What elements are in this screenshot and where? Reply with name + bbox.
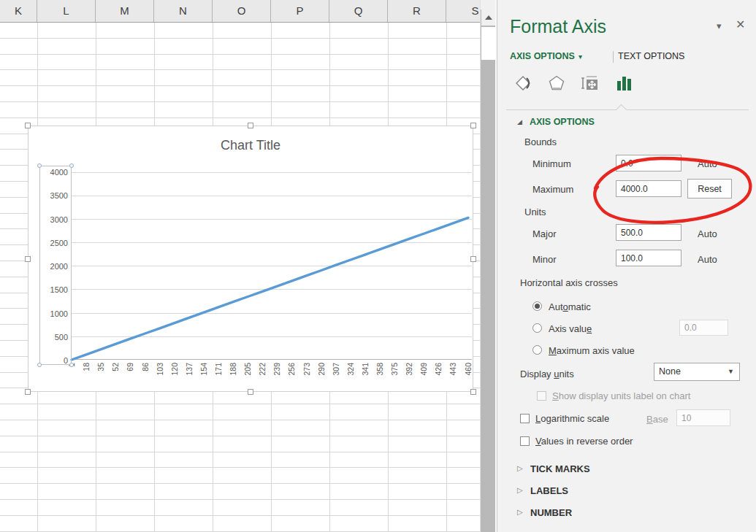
minor-label: Minor	[532, 254, 557, 265]
collapsed-section-row[interactable]: ▷ LABELS	[497, 480, 756, 502]
chart-resize-handle[interactable]	[25, 389, 31, 395]
y-axis-selection-box[interactable]	[39, 166, 72, 365]
checkbox-values-reverse-order[interactable]	[520, 436, 530, 446]
chart-title[interactable]: Chart Title	[28, 138, 473, 153]
x-tick-label: 392	[405, 363, 413, 376]
scroll-up-icon	[485, 15, 492, 20]
column-header[interactable]: L	[37, 0, 96, 22]
x-tick-label: 137	[185, 363, 194, 376]
column-header[interactable]: K	[0, 0, 37, 22]
column-header[interactable]: S	[446, 0, 480, 22]
radio-axis-value[interactable]	[532, 323, 542, 333]
x-tick-label: 52	[111, 363, 120, 371]
minimum-label: Minimum	[532, 158, 571, 169]
radio-automatic-label[interactable]: Automatic	[549, 301, 591, 312]
minimum-input[interactable]	[616, 155, 681, 171]
units-label: Units	[524, 207, 546, 217]
section-expanded-icon[interactable]: ◢	[517, 118, 522, 126]
tab-text-options[interactable]: TEXT OPTIONS	[618, 51, 684, 61]
section-axis-options[interactable]: AXIS OPTIONS	[530, 117, 595, 127]
x-tick-label: 426	[434, 363, 443, 376]
spreadsheet-grid[interactable]: KLMNOPQRS Chart Title 400035003000250020…	[0, 0, 480, 532]
tab-indicator-line	[506, 109, 749, 110]
axis-value-input[interactable]	[679, 320, 728, 336]
format-axis-pane: Format Axis ▾ ✕ AXIS OPTIONS▾ TEXT OPTIO…	[497, 0, 756, 532]
selection-handle[interactable]	[69, 163, 74, 168]
column-header[interactable]: Q	[329, 0, 388, 22]
section-label: LABELS	[530, 485, 568, 496]
minor-unit-input[interactable]	[616, 250, 681, 266]
selection-handle[interactable]	[37, 163, 42, 168]
logarithmic-scale-label[interactable]: Logarithmic scale	[535, 413, 609, 424]
x-axis-tick-labels[interactable]: 1183552698610312013715417118820522223925…	[64, 361, 476, 390]
chevron-down-icon: ▼	[728, 368, 734, 375]
column-header-row: KLMNOPQRS	[0, 0, 480, 23]
major-auto-label: Auto	[698, 228, 717, 239]
column-header[interactable]: N	[154, 0, 213, 22]
major-label: Major	[532, 228, 557, 239]
chart-resize-handle[interactable]	[470, 123, 476, 128]
chart-resize-handle[interactable]	[248, 389, 253, 395]
minor-auto-label: Auto	[698, 254, 717, 265]
base-input[interactable]	[676, 409, 730, 426]
tab-axis-options[interactable]: AXIS OPTIONS▾	[510, 51, 582, 61]
excel-window: KLMNOPQRS Chart Title 400035003000250020…	[0, 0, 756, 532]
radio-axis-value-label[interactable]: Axis value	[549, 323, 592, 334]
x-tick-label: 69	[126, 363, 134, 371]
selection-handle[interactable]	[69, 363, 74, 367]
vertical-scrollbar[interactable]	[480, 0, 495, 532]
column-header[interactable]: R	[388, 0, 446, 22]
column-header[interactable]: O	[213, 0, 271, 22]
radio-automatic[interactable]	[532, 301, 542, 311]
x-tick-label: 86	[141, 363, 150, 371]
maximum-input[interactable]	[616, 180, 681, 197]
checkbox-show-display-units[interactable]	[537, 391, 546, 401]
effects-icon[interactable]	[547, 73, 566, 93]
x-tick-label: 290	[317, 363, 326, 376]
x-tick-label: 324	[346, 363, 355, 376]
x-tick-label: 171	[214, 363, 223, 376]
fill-line-icon[interactable]	[513, 73, 532, 93]
scroll-up-button[interactable]	[481, 9, 495, 26]
chart-resize-handle[interactable]	[25, 256, 31, 262]
horizontal-axis-crosses-label: Horizontal axis crosses	[520, 277, 618, 288]
show-display-units-label: Show display units label on chart	[552, 390, 690, 401]
selection-handle[interactable]	[37, 363, 42, 367]
x-tick-label: 341	[361, 363, 370, 376]
tab-divider	[613, 51, 614, 63]
chart-resize-handle[interactable]	[248, 123, 253, 128]
data-series-line[interactable]	[72, 217, 468, 360]
radio-maximum-axis-value[interactable]	[532, 345, 542, 355]
chart-object[interactable]: Chart Title 4000350030002500200015001000…	[28, 126, 473, 392]
pane-collapse-icon[interactable]: ▾	[717, 20, 722, 31]
maximum-label: Maximum	[532, 184, 573, 195]
x-tick-label: 18	[82, 363, 91, 371]
radio-maximum-axis-value-label[interactable]: Maximum axis value	[549, 345, 635, 356]
section-collapsed-icon: ▷	[517, 486, 523, 494]
size-properties-icon[interactable]	[581, 73, 600, 93]
section-collapsed-icon: ▷	[517, 464, 523, 472]
chart-resize-handle[interactable]	[25, 123, 31, 128]
collapsed-section-row[interactable]: ▷ TICK MARKS	[497, 458, 756, 480]
column-header[interactable]: M	[96, 0, 154, 22]
chart-resize-handle[interactable]	[470, 256, 476, 262]
chart-resize-handle[interactable]	[470, 389, 476, 395]
major-unit-input[interactable]	[616, 224, 681, 241]
x-tick-label: 120	[170, 363, 179, 376]
x-tick-label: 460	[464, 363, 473, 376]
x-tick-label: 443	[448, 363, 457, 376]
reset-button[interactable]: Reset	[687, 179, 732, 198]
collapsed-section-row[interactable]: ▷ NUMBER	[497, 502, 756, 524]
collapsed-sections: ▷ TICK MARKS ▷ LABELS ▷ NUMBER	[497, 458, 756, 524]
x-tick-label: 307	[332, 363, 340, 376]
scrollbar-thumb[interactable]	[481, 27, 495, 60]
values-reverse-order-label[interactable]: Values in reverse order	[535, 436, 633, 447]
column-header[interactable]: P	[271, 0, 329, 22]
x-tick-label: 103	[156, 363, 164, 376]
axis-options-chart-icon[interactable]	[615, 73, 634, 93]
display-units-dropdown[interactable]: None▼	[654, 363, 740, 381]
checkbox-logarithmic-scale[interactable]	[520, 414, 530, 423]
x-tick-label: 239	[272, 363, 281, 376]
close-icon[interactable]: ✕	[736, 18, 745, 31]
x-tick-label: 358	[375, 363, 384, 376]
